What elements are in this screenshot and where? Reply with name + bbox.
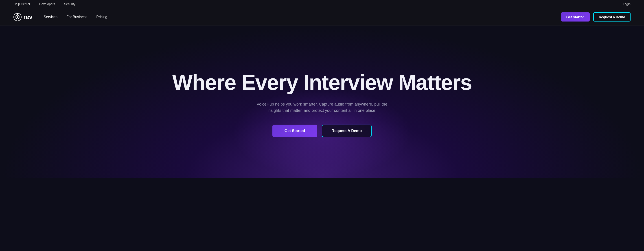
nav-right: Get Started Request a Demo	[561, 12, 630, 21]
nav-for-business[interactable]: For Business	[66, 15, 87, 19]
utility-links: Help Center Developers Security	[14, 2, 76, 6]
nav-pricing[interactable]: Pricing	[96, 15, 107, 19]
rev-logo-icon	[14, 13, 22, 21]
help-center-link[interactable]: Help Center	[14, 2, 30, 6]
login-link[interactable]: Login	[623, 2, 630, 6]
nav-left: rev Services For Business Pricing	[14, 13, 107, 21]
hero-request-demo-button[interactable]: Request A Demo	[322, 125, 372, 137]
hero-title: Where Every Interview Matters	[172, 71, 472, 94]
nav-request-demo-button[interactable]: Request a Demo	[593, 12, 630, 21]
developers-link[interactable]: Developers	[39, 2, 55, 6]
logo-text: rev	[23, 13, 32, 21]
nav-services[interactable]: Services	[44, 15, 58, 19]
svg-point-2	[17, 16, 18, 18]
logo[interactable]: rev	[14, 13, 32, 21]
nav-links: Services For Business Pricing	[44, 15, 108, 19]
hero-subtitle: VoiceHub helps you work smarter. Capture…	[255, 101, 389, 114]
hero-section: Where Every Interview Matters VoiceHub h…	[0, 26, 644, 178]
nav-get-started-button[interactable]: Get Started	[561, 12, 590, 21]
hero-get-started-button[interactable]: Get Started	[272, 125, 317, 137]
security-link[interactable]: Security	[64, 2, 76, 6]
hero-buttons: Get Started Request A Demo	[272, 125, 372, 137]
main-nav: rev Services For Business Pricing Get St…	[0, 8, 644, 26]
utility-bar: Help Center Developers Security Login	[0, 0, 644, 8]
